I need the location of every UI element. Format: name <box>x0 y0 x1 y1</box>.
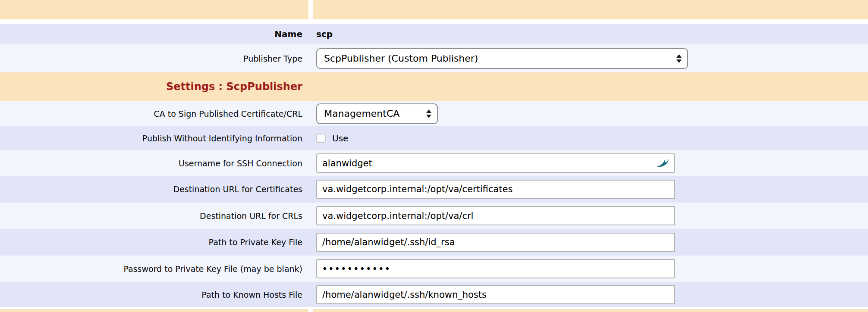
publisher-type-selected-option: ScpPublisher (Custom Publisher) <box>324 53 478 64</box>
publisher-type-select[interactable]: ScpPublisher (Custom Publisher) <box>316 48 688 69</box>
dest-crls-row: Destination URL for CRLs <box>0 203 868 229</box>
name-value: scp <box>316 29 333 39</box>
use-checkbox[interactable] <box>316 134 326 143</box>
ca-sign-selected-option: ManagementCA <box>324 108 399 119</box>
select-arrows-icon <box>676 54 682 63</box>
select-arrows-icon <box>426 109 431 118</box>
bottom-band-left <box>0 309 308 312</box>
private-key-path-row: Path to Private Key File <box>0 229 868 256</box>
anonymize-label: Publish Without Identifying Information <box>142 134 302 143</box>
private-key-password-input[interactable] <box>316 259 675 278</box>
anonymize-row: Publish Without Identifying Information … <box>0 126 868 150</box>
settings-section-header: Settings : ScpPublisher <box>0 72 868 101</box>
bottom-section-band <box>0 309 868 312</box>
column-gap <box>308 309 313 312</box>
name-label: Name <box>274 29 302 39</box>
known-hosts-path-row: Path to Known Hosts File <box>0 282 868 307</box>
dest-crls-label: Destination URL for CRLs <box>200 211 302 221</box>
dest-certificates-row: Destination URL for Certificates <box>0 176 868 203</box>
ssh-username-input-wrap <box>316 153 675 173</box>
known-hosts-path-label: Path to Known Hosts File <box>201 290 302 300</box>
ssh-username-row: Username for SSH Connection <box>0 150 868 176</box>
private-key-path-input[interactable] <box>316 233 675 252</box>
known-hosts-path-input[interactable] <box>316 285 675 304</box>
use-checkbox-label: Use <box>332 133 348 144</box>
publisher-type-row: Publisher Type ScpPublisher (Custom Publ… <box>0 44 868 72</box>
top-band-left <box>0 0 308 19</box>
dashlane-icon[interactable] <box>654 158 669 168</box>
ca-sign-row: CA to Sign Published Certificate/CRL Man… <box>0 101 868 126</box>
bottom-band-right <box>313 309 868 312</box>
private-key-password-label: Password to Private Key File (may be bla… <box>123 264 302 274</box>
top-section-band <box>0 0 868 19</box>
ca-sign-select[interactable]: ManagementCA <box>316 103 438 124</box>
ssh-username-label: Username for SSH Connection <box>179 159 302 168</box>
column-gap <box>308 0 313 19</box>
settings-section-title: Settings : ScpPublisher <box>166 81 302 93</box>
private-key-password-row: Password to Private Key File (may be bla… <box>0 256 868 282</box>
row-spacer <box>0 19 868 24</box>
publisher-edit-page: Name scp Publisher Type ScpPublisher (Cu… <box>0 0 868 312</box>
publisher-type-label: Publisher Type <box>243 54 302 63</box>
top-band-right <box>313 0 868 19</box>
dest-certificates-input[interactable] <box>316 180 675 199</box>
private-key-path-label: Path to Private Key File <box>209 237 302 247</box>
dest-crls-input[interactable] <box>316 206 675 225</box>
ssh-username-input[interactable] <box>316 153 675 173</box>
name-row: Name scp <box>0 24 868 44</box>
ca-sign-label: CA to Sign Published Certificate/CRL <box>154 109 302 119</box>
dest-certificates-label: Destination URL for Certificates <box>173 184 302 194</box>
